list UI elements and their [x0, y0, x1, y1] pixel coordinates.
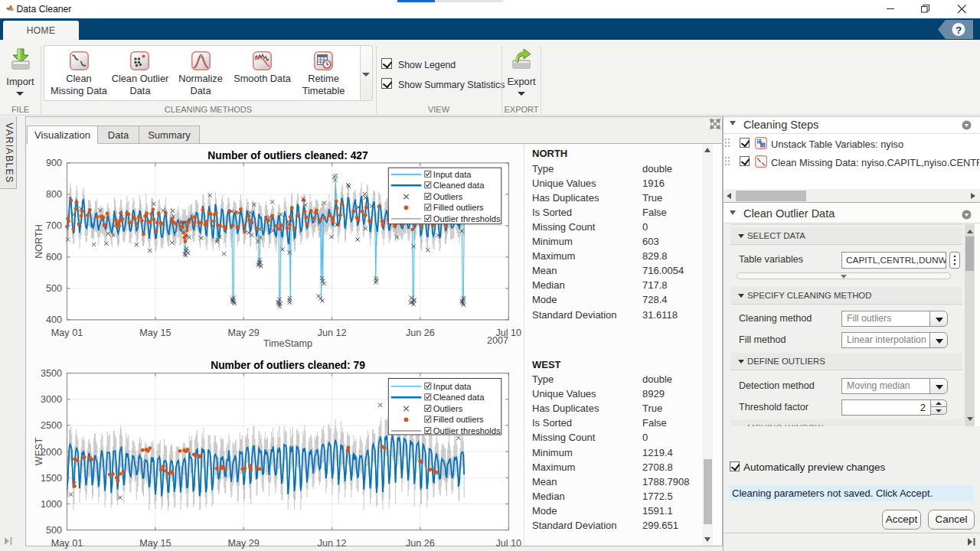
- svg-text:Jun 26: Jun 26: [406, 328, 435, 338]
- svg-text:500: 500: [46, 525, 62, 536]
- svg-text:400: 400: [46, 315, 62, 325]
- svg-text:May 29: May 29: [228, 538, 260, 549]
- svg-text:1500: 1500: [41, 473, 62, 484]
- svg-text:May 29: May 29: [228, 328, 260, 338]
- svg-text:Number of outliers cleaned: 42: Number of outliers cleaned: 427: [207, 150, 368, 161]
- svg-text:Cleaned data: Cleaned data: [433, 393, 485, 402]
- svg-text:Jul 10: Jul 10: [495, 538, 521, 549]
- svg-text:May 15: May 15: [139, 538, 171, 549]
- svg-text:Jun 26: Jun 26: [406, 538, 435, 549]
- svg-text:WEST: WEST: [34, 438, 44, 466]
- svg-text:Jun 12: Jun 12: [318, 328, 347, 338]
- svg-text:2500: 2500: [41, 420, 62, 431]
- svg-text:900: 900: [46, 158, 62, 168]
- svg-text:May 01: May 01: [51, 328, 83, 338]
- svg-text:3500: 3500: [41, 368, 62, 379]
- svg-text:Outliers: Outliers: [433, 404, 463, 413]
- svg-text:500: 500: [46, 283, 62, 294]
- svg-text:Filled outliers: Filled outliers: [433, 415, 484, 424]
- svg-text:700: 700: [46, 220, 62, 231]
- svg-text:Outlier thresholds: Outlier thresholds: [433, 214, 501, 223]
- svg-text:800: 800: [46, 189, 62, 200]
- svg-text:Outliers: Outliers: [433, 192, 463, 201]
- svg-text:Filled outliers: Filled outliers: [433, 203, 484, 212]
- svg-text:1000: 1000: [41, 499, 62, 510]
- svg-text:Outlier thresholds: Outlier thresholds: [433, 426, 501, 435]
- svg-text:2007: 2007: [487, 335, 508, 346]
- svg-text:Cleaned data: Cleaned data: [433, 181, 485, 190]
- svg-text:?: ?: [956, 24, 962, 36]
- svg-text:Number of outliers cleaned: 79: Number of outliers cleaned: 79: [211, 360, 365, 371]
- svg-text:NORTH: NORTH: [34, 224, 44, 259]
- svg-text:600: 600: [46, 252, 62, 262]
- svg-text:May 01: May 01: [51, 538, 83, 549]
- svg-text:TimeStamp: TimeStamp: [263, 338, 312, 349]
- svg-text:May 15: May 15: [139, 328, 171, 338]
- svg-text:3000: 3000: [41, 394, 62, 405]
- svg-text:Input data: Input data: [433, 382, 472, 391]
- svg-text:Input data: Input data: [433, 170, 472, 179]
- svg-text:Jun 12: Jun 12: [318, 538, 347, 549]
